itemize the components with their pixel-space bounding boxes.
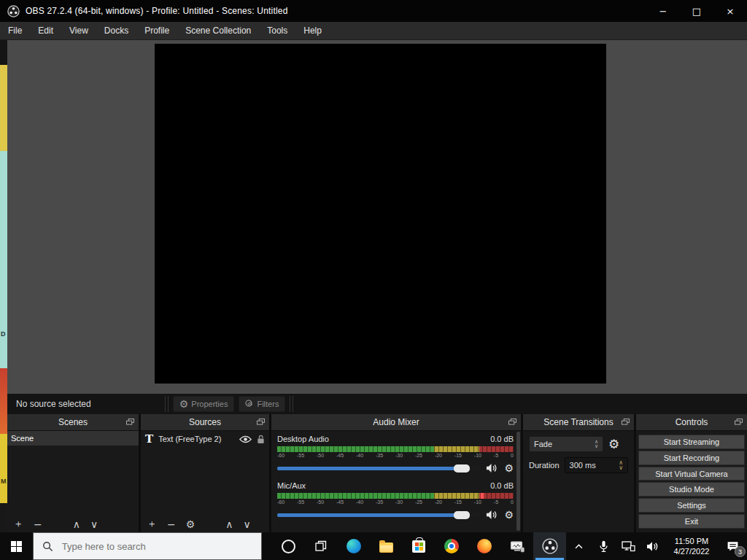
sources-header[interactable]: Sources [141, 414, 269, 431]
transition-select[interactable]: Fade ∧∨ [529, 436, 603, 452]
exit-button[interactable]: Exit [638, 514, 745, 529]
cortana-button[interactable] [272, 532, 305, 560]
start-recording-button[interactable]: Start Recording [638, 451, 745, 465]
microsoft-store-button[interactable] [403, 532, 436, 560]
audio-mixer-panel: Audio Mixer Desktop Audio 0.0 dB -60-55-… [271, 414, 521, 532]
tray-volume-button[interactable] [640, 532, 665, 560]
add-scene-button[interactable]: ＋ [13, 518, 23, 531]
volume-meter [277, 493, 514, 499]
dock-popout-icon[interactable] [622, 419, 630, 425]
remove-source-button[interactable]: − [167, 518, 176, 530]
scene-transitions-header[interactable]: Scene Transitions [523, 414, 634, 431]
volume-slider[interactable] [277, 467, 480, 470]
channel-gear-icon[interactable]: ⚙ [504, 463, 514, 473]
source-toolbar: No source selected ⚙ Properties Filters [7, 394, 747, 414]
dock-popout-icon[interactable] [735, 419, 743, 425]
search-icon [42, 541, 53, 552]
speaker-icon[interactable] [486, 510, 498, 520]
scenes-title: Scenes [7, 417, 139, 427]
minimize-button[interactable]: − [646, 0, 680, 22]
source-move-up-button[interactable]: ∧ [225, 518, 233, 530]
menu-view[interactable]: View [61, 22, 96, 39]
start-streaming-button[interactable]: Start Streaming [638, 435, 745, 449]
visibility-eye-icon[interactable] [239, 435, 252, 443]
duration-spinbox[interactable]: 300 ms ∧∨ [565, 457, 628, 473]
audio-mixer-title: Audio Mixer [271, 417, 521, 427]
scene-move-down-button[interactable]: ∨ [90, 518, 98, 530]
chrome-button[interactable] [436, 532, 468, 560]
scenes-header[interactable]: Scenes [7, 414, 139, 431]
add-source-button[interactable]: ＋ [147, 518, 157, 531]
clock-date: 4/27/2022 [674, 546, 710, 556]
window-titlebar: OBS 27.2.4 (64-bit, windows) - Profile: … [0, 0, 747, 22]
firefox-button[interactable] [468, 532, 501, 560]
window-title: OBS 27.2.4 (64-bit, windows) - Profile: … [26, 6, 288, 16]
source-list-item[interactable]: T Text (FreeType 2) [141, 431, 269, 447]
maximize-button[interactable]: □ [680, 0, 713, 22]
windows-logo-icon [11, 541, 22, 552]
preview-canvas[interactable] [155, 44, 606, 384]
scenes-list: Scene [7, 431, 139, 516]
menu-help[interactable]: Help [295, 22, 330, 39]
source-properties-gear-icon[interactable]: ⚙ [186, 518, 196, 530]
meter-scale: -60-55-50-45-40-35-30-25-20-15-10-50 [277, 499, 514, 507]
menu-edit[interactable]: Edit [30, 22, 61, 39]
mixer-scrollbar[interactable] [516, 432, 520, 531]
file-explorer-button[interactable] [370, 532, 403, 560]
remove-scene-button[interactable]: − [34, 518, 42, 530]
studio-mode-button[interactable]: Studio Mode [638, 482, 745, 497]
tray-network-button[interactable] [616, 532, 640, 560]
volume-slider[interactable] [277, 513, 480, 517]
background-window-strip: D M [0, 40, 7, 532]
text-source-icon: T [145, 432, 153, 446]
tray-expand-button[interactable] [566, 532, 591, 560]
taskbar-clock[interactable]: 11:50 PM 4/27/2022 [665, 532, 718, 560]
volume-slider-handle[interactable] [454, 511, 470, 519]
settings-button[interactable]: Settings [638, 498, 745, 513]
transition-gear-icon[interactable]: ⚙ [608, 438, 619, 451]
start-button[interactable] [0, 532, 33, 560]
microsoft-store-icon [412, 540, 425, 553]
tray-microphone-button[interactable] [591, 532, 616, 560]
edge-button[interactable] [338, 532, 371, 560]
start-virtual-camera-button[interactable]: Start Virtual Camera [638, 467, 745, 481]
menu-profile[interactable]: Profile [136, 22, 177, 39]
properties-button[interactable]: ⚙ Properties [173, 396, 235, 412]
dock-popout-icon[interactable] [126, 419, 134, 425]
channel-name: Desktop Audio [277, 435, 329, 446]
channel-gear-icon[interactable]: ⚙ [504, 510, 514, 520]
dock-popout-icon[interactable] [257, 419, 265, 425]
action-center-button[interactable]: 3 [718, 532, 747, 560]
scene-move-up-button[interactable]: ∧ [73, 518, 80, 530]
media-app-button[interactable] [500, 532, 533, 560]
menu-docks[interactable]: Docks [96, 22, 136, 39]
speaker-icon[interactable] [486, 463, 498, 473]
dock-popout-icon[interactable] [508, 419, 516, 425]
close-button[interactable]: × [713, 0, 747, 22]
taskbar-search[interactable] [33, 532, 262, 560]
menu-tools[interactable]: Tools [259, 22, 295, 39]
source-move-down-button[interactable]: ∨ [244, 518, 251, 530]
search-input[interactable] [61, 540, 239, 553]
volume-slider-handle[interactable] [454, 464, 470, 472]
scenes-panel: Scenes Scene ＋ − ∧ ∨ [7, 414, 139, 532]
media-app-icon [510, 540, 525, 553]
unlock-icon[interactable] [257, 435, 265, 444]
task-view-button[interactable] [305, 532, 338, 560]
menu-scene-collection[interactable]: Scene Collection [177, 22, 259, 39]
controls-body: Start Streaming Start Recording Start Vi… [636, 431, 747, 532]
filters-button[interactable]: Filters [239, 396, 285, 412]
obs-taskbar-button[interactable] [533, 532, 566, 560]
scene-list-item[interactable]: Scene [7, 431, 139, 446]
audio-mixer-header[interactable]: Audio Mixer [271, 414, 521, 431]
meter-scale: -60-55-50-45-40-35-30-25-20-15-10-50 [277, 453, 514, 460]
cortana-icon [282, 540, 295, 553]
dock-separator [290, 396, 293, 412]
menu-file[interactable]: File [0, 22, 30, 39]
volume-meter [277, 446, 514, 452]
scene-transitions-panel: Scene Transitions Fade ∧∨ ⚙ Duration 300… [523, 414, 634, 532]
sources-title: Sources [141, 417, 269, 427]
controls-header[interactable]: Controls [636, 414, 747, 431]
transition-value: Fade [534, 440, 595, 448]
chrome-icon [444, 539, 459, 553]
